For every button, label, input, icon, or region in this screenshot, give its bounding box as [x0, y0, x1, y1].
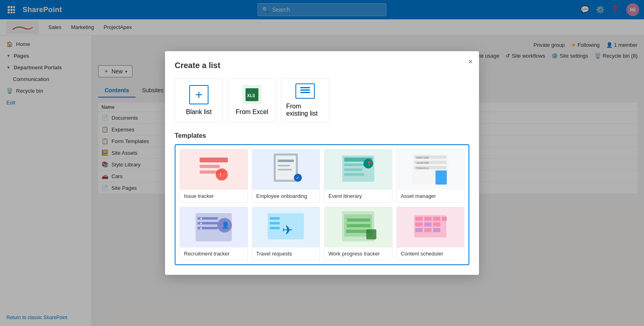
svg-rect-67: [424, 217, 431, 221]
svg-point-18: [216, 168, 228, 181]
svg-rect-11: [300, 87, 310, 88]
template-recruitment-tracker[interactable]: ★ ★ ★ 👤 Recruitment tracker: [180, 207, 248, 260]
template-thumb-travel: ✈: [252, 207, 320, 247]
from-excel-option[interactable]: XLS From Excel: [228, 78, 276, 123]
svg-text:★: ★: [200, 226, 202, 230]
svg-rect-68: [433, 217, 440, 221]
template-asset-manager[interactable]: 5687156 1649786 5564312 Asset manager: [396, 149, 465, 203]
svg-text:★: ★: [200, 222, 202, 225]
from-existing-option[interactable]: From existing list: [281, 78, 329, 123]
list-icon: [295, 83, 315, 99]
svg-rect-31: [344, 173, 364, 176]
create-options: + Blank list XLS From Excel: [175, 78, 469, 123]
template-thumb-employee: ✓: [252, 150, 320, 190]
template-issue-tracker[interactable]: ! Issue tracker: [180, 149, 248, 203]
template-name-employee: Employee onboarding: [252, 190, 320, 202]
templates-grid: ! Issue tracker ✓: [175, 144, 469, 265]
svg-text:✓: ✓: [296, 176, 299, 180]
svg-rect-58: [346, 218, 370, 222]
template-thumb-asset: 5687156 1649786 5564312: [397, 150, 464, 190]
template-thumb-event: 📍: [324, 150, 392, 190]
svg-rect-52: [270, 217, 280, 220]
svg-text:✈: ✈: [282, 223, 293, 237]
template-name-recruitment: Recruitment tracker: [180, 247, 248, 260]
svg-rect-12: [300, 89, 310, 91]
template-name-event: Event itinerary: [324, 190, 392, 202]
template-name-work: Work progress tracker: [324, 247, 392, 260]
template-name-travel: Travel requests: [252, 247, 320, 260]
svg-rect-13: [300, 92, 310, 93]
svg-text:👤: 👤: [221, 221, 229, 229]
svg-rect-16: [200, 165, 220, 168]
svg-rect-22: [278, 160, 294, 162]
templates-title: Templates: [175, 132, 469, 139]
template-thumb-work: ✓ ✓: [324, 207, 392, 247]
template-name-asset: Asset manager: [397, 190, 464, 202]
from-excel-label: From Excel: [236, 108, 268, 116]
svg-rect-69: [442, 217, 447, 221]
svg-text:XLS: XLS: [247, 93, 255, 98]
svg-text:!: !: [220, 171, 221, 178]
template-travel-requests[interactable]: ✈ Travel requests: [252, 207, 320, 260]
svg-rect-15: [200, 158, 228, 162]
svg-rect-24: [278, 169, 292, 170]
svg-text:✓: ✓: [345, 218, 348, 222]
svg-rect-30: [344, 168, 362, 171]
svg-rect-53: [270, 222, 280, 224]
svg-rect-59: [346, 224, 370, 227]
template-thumb-issue: !: [180, 150, 248, 190]
svg-text:1649786: 1649786: [416, 161, 429, 165]
close-button[interactable]: ×: [468, 58, 473, 66]
template-employee-onboarding[interactable]: ✓ Employee onboarding: [252, 149, 320, 203]
template-name-issue: Issue tracker: [180, 190, 248, 202]
svg-rect-41: [436, 170, 447, 185]
svg-rect-66: [415, 217, 423, 221]
svg-rect-63: [366, 229, 376, 239]
svg-rect-29: [344, 164, 366, 166]
svg-rect-23: [278, 165, 290, 166]
modal-overlay: Create a list × + Blank list XLS From Ex…: [0, 0, 644, 326]
template-thumb-recruitment: ★ ★ ★ 👤: [180, 207, 248, 247]
svg-rect-21: [276, 156, 296, 180]
svg-rect-71: [424, 222, 431, 226]
svg-rect-75: [433, 228, 440, 232]
create-list-modal: Create a list × + Blank list XLS From Ex…: [165, 51, 479, 275]
svg-rect-73: [415, 228, 423, 232]
svg-rect-74: [424, 228, 431, 232]
svg-rect-70: [415, 222, 423, 226]
svg-text:5687156: 5687156: [416, 156, 429, 160]
modal-title: Create a list: [175, 61, 469, 70]
excel-icon: XLS: [242, 85, 262, 104]
blank-list-label: Blank list: [186, 108, 212, 116]
svg-text:✓: ✓: [345, 224, 348, 228]
svg-rect-54: [270, 227, 280, 229]
from-existing-label: From existing list: [286, 103, 324, 117]
plus-icon: +: [189, 85, 208, 104]
svg-rect-72: [433, 222, 440, 226]
blank-list-option[interactable]: + Blank list: [175, 78, 223, 123]
template-thumb-content: [397, 207, 464, 247]
template-work-progress[interactable]: ✓ ✓ Work progress tracker: [324, 207, 392, 260]
svg-text:★: ★: [200, 217, 202, 220]
template-content-scheduler[interactable]: Content scheduler: [396, 207, 465, 260]
svg-text:5564312: 5564312: [416, 166, 429, 170]
template-name-content: Content scheduler: [397, 247, 464, 260]
template-event-itinerary[interactable]: 📍 Event itinerary: [324, 149, 392, 203]
svg-text:📍: 📍: [366, 161, 372, 167]
